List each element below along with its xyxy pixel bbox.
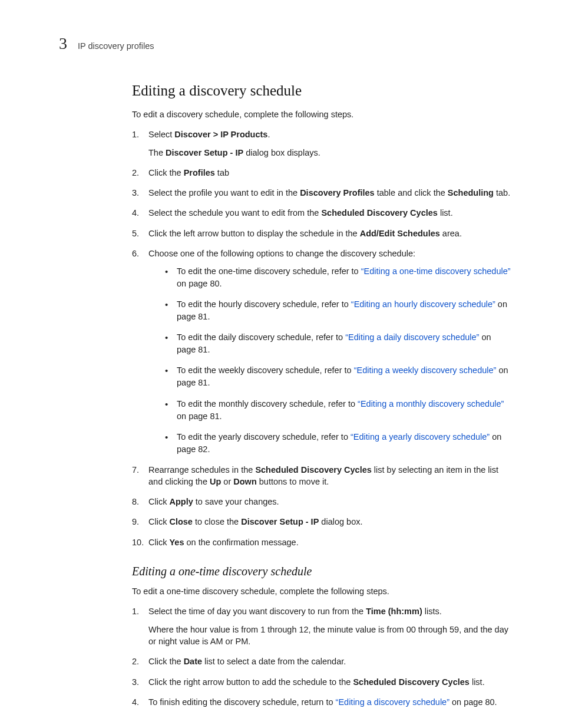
bold-text: Discover Setup - IP [166, 148, 243, 157]
intro-text: To edit a discovery schedule, complete t… [132, 108, 512, 120]
step-7: Rearrange schedules in the Scheduled Dis… [132, 464, 512, 488]
step-8: Click Apply to save your changes. [132, 496, 512, 508]
text: list. [470, 677, 485, 687]
text: to close the [193, 517, 241, 526]
step2-1: Select the time of day you want discover… [132, 605, 512, 647]
text: buttons to move it. [257, 477, 329, 486]
intro-text-2: To edit a one-time discovery schedule, c… [132, 585, 512, 597]
text: To edit the hourly discovery schedule, r… [177, 299, 351, 309]
bullet-hourly: To edit the hourly discovery schedule, r… [165, 298, 512, 323]
text: Click [148, 497, 169, 506]
bold-text: Up [210, 477, 221, 486]
text: To edit the weekly discovery schedule, r… [177, 365, 354, 375]
text: To edit the one-time discovery schedule,… [177, 266, 361, 276]
link-editing-discovery-schedule[interactable]: “Editing a discovery schedule” [336, 697, 449, 707]
text: on page 80. [177, 279, 222, 288]
text: or [221, 477, 233, 486]
text: Click the [148, 168, 184, 177]
bullet-onetime: To edit the one-time discovery schedule,… [165, 265, 512, 290]
text: To edit the monthly discovery schedule, … [177, 399, 358, 409]
bold-text: Discover > IP Products [174, 130, 267, 139]
text: Where the hour value is from 1 through 1… [148, 624, 512, 648]
bold-text: Scheduling [448, 188, 494, 197]
step-3: Select the profile you want to edit in t… [132, 187, 512, 199]
steps-list-2: Select the time of day you want discover… [132, 605, 512, 708]
text: Choose one of the following options to c… [148, 248, 512, 259]
step-5: Click the left arrow button to display t… [132, 228, 512, 239]
step-4: Select the schedule you want to edit fro… [132, 207, 512, 219]
link-daily-schedule[interactable]: “Editing a daily discovery schedule” [345, 332, 479, 342]
step-2: Click the Profiles tab [132, 167, 512, 179]
text: Rearrange schedules in the [148, 465, 255, 475]
text: Select the schedule you want to edit fro… [148, 208, 321, 218]
text: on page 81. [177, 411, 222, 421]
step2-3: Click the right arrow button to add the … [132, 676, 512, 688]
bold-text: Discover Setup - IP [241, 517, 319, 526]
text: Click the left arrow button to display t… [148, 229, 360, 238]
sub-bullets: To edit the one-time discovery schedule,… [165, 265, 512, 455]
bullet-daily: To edit the daily discovery schedule, re… [165, 331, 512, 356]
bold-text: Yes [169, 538, 184, 547]
bold-text: Date [184, 657, 202, 666]
bold-text: Scheduled Discovery Cycles [255, 465, 371, 475]
bold-text: Close [169, 517, 193, 526]
content-area: Editing a discovery schedule To edit a d… [132, 83, 512, 708]
step2-4: To finish editing the discovery schedule… [132, 696, 512, 708]
text: Click [148, 517, 169, 526]
text: on page 80. [449, 697, 497, 707]
text: list. [438, 208, 453, 218]
page-header: 3 IP discovery profiles [59, 34, 512, 53]
text: area. [440, 229, 462, 238]
step2-2: Click the Date list to select a date fro… [132, 655, 512, 667]
step-1: Select Discover > IP Products. The Disco… [132, 129, 512, 159]
page: 3 IP discovery profiles Editing a discov… [0, 0, 562, 728]
text: Click [148, 538, 169, 547]
chapter-number: 3 [59, 34, 67, 53]
text: Click the right arrow button to add the … [148, 677, 353, 687]
text: lists. [422, 607, 442, 616]
text: list to select a date from the calendar. [202, 657, 346, 666]
text: on the confirmation message. [184, 538, 298, 547]
bold-text: Scheduled Discovery Cycles [321, 208, 437, 218]
text: to save your changes. [193, 497, 279, 506]
bold-text: Discovery Profiles [300, 188, 375, 197]
section-label: IP discovery profiles [78, 41, 154, 51]
link-weekly-schedule[interactable]: “Editing a weekly discovery schedule” [354, 365, 497, 375]
bullet-monthly: To edit the monthly discovery schedule, … [165, 398, 512, 423]
bold-text: Down [233, 477, 256, 486]
step-10: Click Yes on the confirmation message. [132, 536, 512, 548]
link-yearly-schedule[interactable]: “Editing a yearly discovery schedule” [351, 432, 490, 442]
bold-text: Scheduled Discovery Cycles [353, 677, 469, 687]
text: dialog box. [319, 517, 362, 526]
text: tab. [494, 188, 510, 197]
text: tab [215, 168, 229, 177]
bullet-yearly: To edit the yearly discovery schedule, r… [165, 431, 512, 456]
bold-text: Apply [169, 497, 193, 506]
bold-text: Time (hh:mm) [366, 607, 422, 616]
link-hourly-schedule[interactable]: “Editing an hourly discovery schedule” [351, 299, 495, 309]
bold-text: Add/Edit Schedules [360, 229, 440, 238]
text: Select the profile you want to edit in t… [148, 188, 300, 197]
bullet-weekly: To edit the weekly discovery schedule, r… [165, 364, 512, 389]
text: The [148, 148, 166, 157]
link-monthly-schedule[interactable]: “Editing a monthly discovery schedule” [358, 399, 504, 409]
steps-list: Select Discover > IP Products. The Disco… [132, 129, 512, 548]
link-onetime-schedule[interactable]: “Editing a one-time discovery schedule” [361, 266, 511, 276]
subheading-onetime: Editing a one-time discovery schedule [132, 565, 512, 578]
heading-editing-discovery-schedule: Editing a discovery schedule [132, 83, 512, 99]
step-6: Choose one of the following options to c… [132, 248, 512, 455]
text: . [267, 130, 270, 139]
text: To finish editing the discovery schedule… [148, 697, 336, 707]
text: To edit the yearly discovery schedule, r… [177, 432, 351, 442]
text: Select the time of day you want discover… [148, 607, 366, 616]
text: table and click the [375, 188, 448, 197]
bold-text: Profiles [184, 168, 215, 177]
text: Select [148, 130, 174, 139]
text: To edit the daily discovery schedule, re… [177, 332, 345, 342]
text: dialog box displays. [243, 148, 320, 157]
step-9: Click Close to close the Discover Setup … [132, 516, 512, 528]
text: Click the [148, 657, 184, 666]
